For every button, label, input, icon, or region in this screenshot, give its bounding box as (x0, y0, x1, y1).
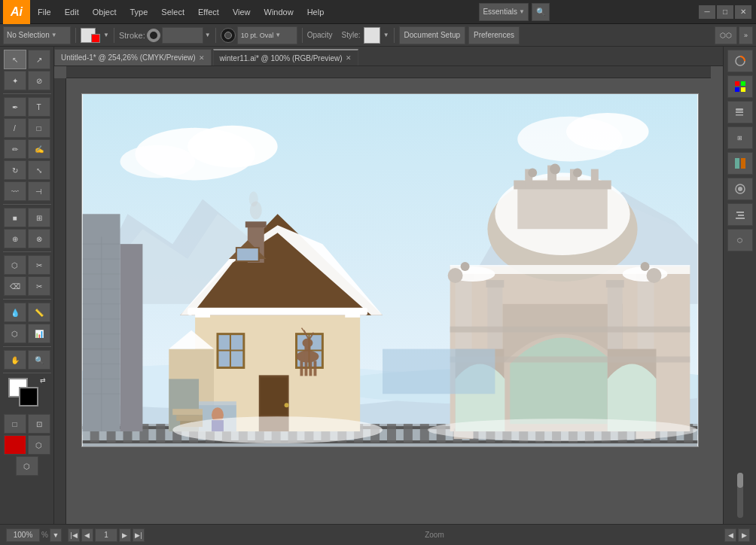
selection-tool[interactable]: ↖ (4, 50, 26, 69)
right-panel: ⊞ ⬡ (723, 47, 756, 524)
eyedropper-tool[interactable]: 💧 (4, 303, 26, 322)
screen-mode[interactable]: ⊡ (28, 414, 50, 434)
appearance-panel-btn[interactable] (727, 178, 753, 200)
graph-tool[interactable]: 📊 (28, 324, 50, 343)
measure-tool[interactable]: 📏 (28, 303, 50, 322)
svg-rect-37 (387, 424, 396, 443)
lasso-tool[interactable]: ⊘ (28, 71, 50, 90)
tool-sep6 (3, 373, 51, 373)
tab-close-untitled[interactable]: ✕ (199, 54, 205, 62)
pen-tool[interactable]: ✒ (4, 97, 26, 117)
live-paint-tool[interactable]: ⊗ (28, 229, 50, 248)
mesh-tool[interactable]: ⊞ (28, 208, 50, 227)
tab-winter11[interactable]: winter11.ai* @ 100% (RGB/Preview) ✕ (213, 49, 358, 65)
draw-mode[interactable]: ■ (4, 435, 26, 455)
maximize-button[interactable]: □ (717, 5, 733, 19)
extra-options[interactable]: » (739, 26, 753, 44)
blend-tool[interactable]: ⬡ (4, 324, 26, 343)
tab-untitled[interactable]: Untitled-1* @ 254,26% (CMYK/Preview) ✕ (54, 49, 212, 65)
menu-help[interactable]: Help (301, 0, 331, 24)
close-button[interactable]: ✕ (735, 5, 751, 19)
menu-edit[interactable]: Edit (59, 0, 85, 24)
eraser-tool[interactable]: ⌫ (4, 276, 26, 296)
menu-window[interactable]: Window (258, 0, 300, 24)
color-panel-btn[interactable] (727, 50, 753, 72)
toolbar-right: ⬡⬡ » (715, 26, 753, 44)
line-tool[interactable]: / (4, 118, 26, 138)
scissors-tool[interactable]: ✂ (28, 276, 50, 296)
page-input[interactable] (95, 528, 117, 542)
layers-mode[interactable]: ⬡ (28, 435, 50, 455)
canvas-wrapper[interactable]: /* ticks rendered via JS below */ (54, 66, 723, 524)
graphic-styles-btn[interactable] (727, 152, 753, 175)
paintbrush-tool[interactable]: ✏ (4, 139, 26, 159)
tool-row-6: ↻ ⤡ (4, 160, 50, 180)
preferences-button[interactable]: Preferences (468, 26, 520, 44)
tab-close-winter11[interactable]: ✕ (346, 54, 352, 62)
panel-toggle[interactable]: ⬡⬡ (715, 26, 737, 44)
tool-sep4 (3, 299, 51, 300)
svg-point-9 (120, 145, 196, 178)
menu-type[interactable]: Type (124, 0, 154, 24)
width-tool[interactable]: ⊣ (28, 181, 50, 201)
hand-tool[interactable]: ✋ (4, 350, 26, 370)
warp-tool[interactable]: 〰 (4, 181, 26, 201)
direct-selection-tool[interactable]: ↗ (28, 50, 50, 69)
style-swatch[interactable] (364, 27, 380, 44)
svg-rect-38 (404, 424, 413, 443)
right-scrollbar[interactable] (737, 473, 743, 518)
selection-arrow: ▼ (51, 32, 57, 38)
symbols-panel-btn[interactable]: ⊞ (727, 126, 753, 149)
gradient-tool[interactable]: ■ (4, 208, 26, 227)
align-panel-btn[interactable] (727, 203, 753, 226)
swap-colors[interactable]: ⇄ (40, 376, 46, 384)
shape-builder-tool[interactable]: ⊕ (4, 229, 26, 248)
last-page-btn[interactable]: ▶| (133, 528, 145, 542)
minimize-button[interactable]: ─ (699, 5, 715, 19)
brush-dropdown[interactable]: 10 pt. Oval ▼ (237, 26, 297, 44)
transform-panel-btn[interactable]: ⬡ (727, 229, 753, 251)
first-page-btn[interactable]: |◀ (68, 528, 80, 542)
swatches-panel-btn[interactable] (727, 75, 753, 98)
slice-tool[interactable]: ✂ (28, 255, 50, 275)
magic-wand-tool[interactable]: ✦ (4, 71, 26, 90)
svg-rect-0 (66, 66, 711, 78)
svg-rect-83 (304, 361, 307, 376)
artboard-tool[interactable]: ⬡ (16, 456, 38, 476)
menu-select[interactable]: Select (155, 0, 191, 24)
rotate-tool[interactable]: ↻ (4, 160, 26, 180)
perspective-tool[interactable]: ⬡ (4, 255, 26, 275)
workspace-dropdown[interactable]: Essentials ▼ (479, 3, 529, 21)
next-artboard[interactable]: ▶ (738, 528, 750, 542)
svg-rect-82 (300, 361, 303, 376)
pencil-tool[interactable]: ✍ (28, 139, 50, 159)
menu-file[interactable]: File (32, 0, 57, 24)
prev-page-btn[interactable]: ◀ (81, 528, 93, 542)
svg-point-109 (528, 169, 537, 178)
zoom-tool[interactable]: 🔍 (28, 350, 50, 370)
zoom-dropdown[interactable]: ▼ (50, 528, 62, 542)
brushes-panel-btn[interactable] (727, 101, 753, 123)
svg-point-78 (302, 339, 312, 348)
stroke-color-box[interactable] (162, 27, 203, 44)
prev-artboard[interactable]: ◀ (724, 528, 736, 542)
tool-row-13: ⬡ 📊 (4, 324, 50, 343)
artboard-container (66, 78, 711, 524)
next-page-btn[interactable]: ▶ (119, 528, 131, 542)
scale-tool[interactable]: ⤡ (28, 160, 50, 180)
normal-mode[interactable]: □ (4, 414, 26, 434)
search-button[interactable]: 🔍 (532, 3, 550, 21)
menu-object[interactable]: Object (87, 0, 123, 24)
svg-point-128 (448, 268, 463, 283)
type-tool[interactable]: T (28, 97, 50, 117)
background-color[interactable] (19, 387, 38, 406)
document-setup-button[interactable]: Document Setup (399, 26, 466, 44)
selection-dropdown[interactable]: No Selection ▼ (3, 26, 71, 44)
zoom-input[interactable] (6, 528, 40, 542)
toolbar-sep2 (114, 28, 114, 43)
menu-effect[interactable]: Effect (192, 0, 225, 24)
menu-view[interactable]: View (227, 0, 257, 24)
fill-indicator (91, 34, 100, 43)
svg-rect-168 (736, 108, 743, 111)
rect-tool[interactable]: □ (28, 118, 50, 138)
